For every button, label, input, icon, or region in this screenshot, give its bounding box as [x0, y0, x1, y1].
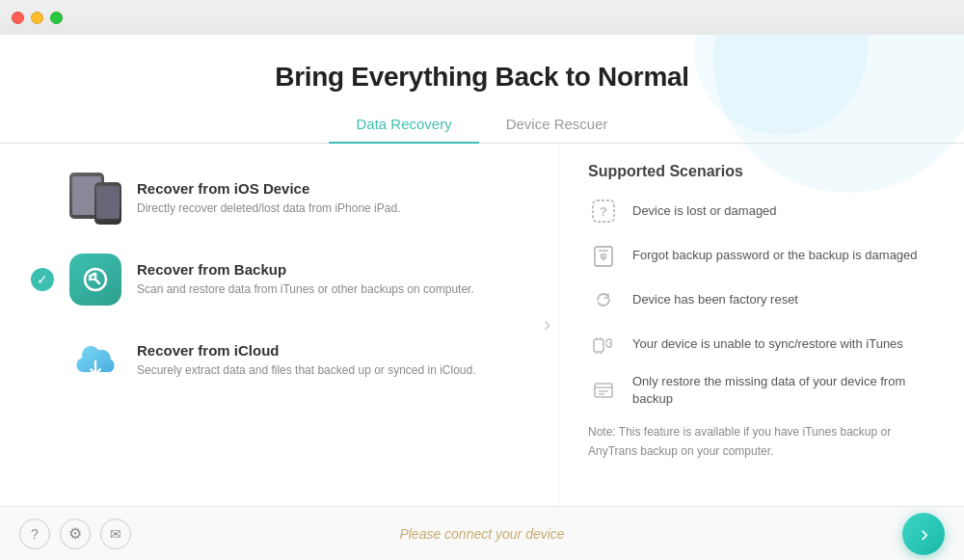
ios-device-title: Recover from iOS Device [137, 180, 400, 197]
icloud-icon [69, 334, 121, 387]
settings-button[interactable]: ⚙ [60, 519, 91, 549]
scenario-forgot-password-text: Forgot backup password or the backup is … [632, 247, 918, 264]
tab-data-recovery[interactable]: Data Recovery [329, 108, 478, 144]
message-button[interactable]: ✉ [100, 519, 131, 549]
page-title: Bring Everything Back to Normal [0, 62, 964, 93]
next-arrow-icon: › [921, 520, 928, 547]
backup-svg [80, 264, 111, 295]
left-panel: Recover from iOS Device Directly recover… [0, 144, 559, 506]
option-icloud[interactable]: Recover from iCloud Securely extract dat… [58, 325, 539, 396]
svg-text:?: ? [600, 204, 607, 219]
minimize-button[interactable] [31, 12, 43, 24]
scenario-lost-damaged: ? Device is lost or damaged [588, 196, 935, 227]
gear-icon: ⚙ [68, 524, 82, 543]
svg-rect-7 [594, 339, 603, 352]
scenario-factory-reset-text: Device has been factory reset [632, 291, 798, 308]
factory-reset-icon [588, 284, 619, 315]
help-button[interactable]: ? [19, 519, 50, 549]
scenario-sync-restore: Your device is unable to sync/restore wi… [588, 329, 935, 360]
restore-backup-icon [588, 375, 619, 406]
bottom-left-icons: ? ⚙ ✉ [19, 519, 131, 549]
traffic-lights [12, 12, 63, 24]
tab-device-rescuer[interactable]: Device Rescuer [479, 108, 635, 144]
scenarios-note: Note: This feature is available if you h… [588, 423, 935, 460]
scenario-lost-damaged-text: Device is lost or damaged [632, 202, 777, 220]
titlebar [0, 0, 964, 35]
scenario-forgot-password: Forgot backup password or the backup is … [588, 240, 935, 271]
backup-title: Recover from Backup [137, 261, 474, 278]
backup-text: Recover from Backup Scan and restore dat… [137, 261, 474, 298]
ios-device-icon [69, 173, 121, 225]
option-backup[interactable]: ✓ Recover from Backup Scan and restore d… [58, 244, 539, 315]
maximize-button[interactable] [50, 12, 63, 24]
help-icon: ? [31, 526, 39, 542]
scenario-factory-reset: Device has been factory reset [588, 284, 935, 315]
chevron-separator: › [544, 312, 550, 337]
forgot-password-icon [588, 240, 619, 271]
option-ios-device[interactable]: Recover from iOS Device Directly recover… [58, 163, 539, 234]
lost-damaged-icon: ? [588, 196, 619, 227]
ios-device-text: Recover from iOS Device Directly recover… [137, 180, 400, 217]
scenario-restore-backup: Only restore the missing data of your de… [588, 373, 935, 408]
backup-icon [69, 253, 121, 306]
hero-section: Bring Everything Back to Normal [0, 35, 964, 93]
right-panel: Supported Scenarios ? Device is lost or … [559, 144, 964, 506]
close-button[interactable] [12, 12, 24, 24]
next-button[interactable]: › [902, 513, 945, 555]
icloud-description: Securely extract data and files that bac… [137, 361, 476, 379]
icloud-svg [69, 340, 121, 381]
content-area: Recover from iOS Device Directly recover… [0, 144, 964, 506]
sync-restore-icon [588, 329, 619, 360]
bottom-bar: ? ⚙ ✉ Please connect your device › [0, 506, 964, 560]
icloud-text: Recover from iCloud Securely extract dat… [137, 342, 476, 379]
message-icon: ✉ [110, 526, 121, 542]
checkmark-badge: ✓ [31, 268, 54, 291]
ios-device-description: Directly recover deleted/lost data from … [137, 200, 400, 217]
tab-bar: Data Recovery Device Rescuer [0, 108, 964, 144]
scenarios-title: Supported Scenarios [588, 163, 935, 180]
connect-text: Please connect your device [399, 526, 564, 542]
svg-rect-12 [595, 384, 612, 397]
icloud-title: Recover from iCloud [137, 342, 476, 359]
scenario-restore-backup-text: Only restore the missing data of your de… [632, 373, 935, 408]
main-content: Bring Everything Back to Normal Data Rec… [0, 35, 964, 506]
scenario-sync-restore-text: Your device is unable to sync/restore wi… [632, 335, 903, 353]
backup-description: Scan and restore data from iTunes or oth… [137, 280, 474, 298]
